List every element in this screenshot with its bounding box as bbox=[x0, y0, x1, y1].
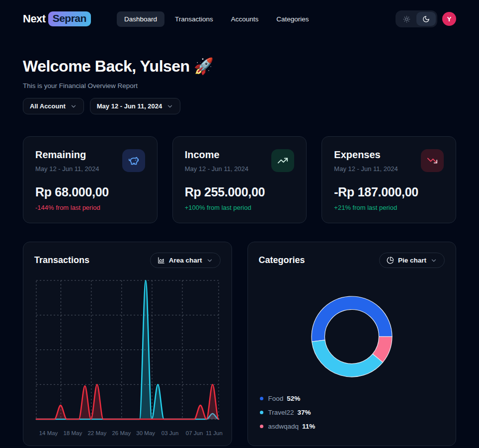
account-filter-label: All Account bbox=[30, 102, 66, 110]
legend-dot bbox=[260, 411, 263, 414]
categories-panel: Categories Pie chart Food52%Travel2237%a… bbox=[247, 242, 457, 446]
nav-item-dashboard[interactable]: Dashboard bbox=[117, 11, 164, 27]
page-subtitle: This is your Financial Overview Report bbox=[23, 82, 456, 90]
dark-mode-button[interactable] bbox=[416, 12, 436, 26]
transactions-panel-header: Transactions Area chart bbox=[34, 253, 221, 268]
header-actions: Y bbox=[396, 10, 456, 27]
legend-label: Travel22 bbox=[268, 409, 294, 416]
chart-grid bbox=[36, 280, 219, 419]
transactions-area-chart[interactable]: 14 May18 May22 May26 May30 May03 Jun07 J… bbox=[23, 274, 232, 443]
legend-item-food[interactable]: Food52% bbox=[260, 395, 445, 402]
categories-donut-chart[interactable] bbox=[248, 273, 456, 390]
chevron-down-icon bbox=[166, 103, 173, 110]
welcome-text: Welcome Back, Yulsen bbox=[23, 57, 190, 75]
chevron-down-icon bbox=[70, 103, 77, 110]
main-nav: Dashboard Transactions Accounts Categori… bbox=[117, 11, 317, 27]
rocket-emoji: 🚀 bbox=[194, 57, 213, 75]
app-logo[interactable]: Next Sepran bbox=[23, 11, 91, 26]
categories-panel-header: Categories Pie chart bbox=[259, 253, 445, 268]
top-navbar: Next Sepran Dashboard Transactions Accou… bbox=[0, 0, 479, 38]
piggy-bank-icon bbox=[122, 149, 145, 172]
logo-text-badge: Sepran bbox=[48, 11, 91, 26]
filter-bar: All Account May 12 - Jun 11, 2024 bbox=[23, 98, 456, 114]
card-delta: -144% from last period bbox=[35, 204, 145, 211]
light-mode-button[interactable] bbox=[397, 12, 416, 26]
trending-up-icon bbox=[271, 149, 294, 172]
legend-value: 11% bbox=[302, 423, 315, 430]
chart-type-label: Area chart bbox=[169, 257, 202, 264]
nav-item-categories[interactable]: Categories bbox=[269, 11, 316, 27]
chevron-down-icon bbox=[206, 257, 213, 264]
dashboard-page: Welcome Back, Yulsen 🚀 This is your Fina… bbox=[0, 57, 479, 446]
x-axis-tick: 18 May bbox=[64, 430, 82, 436]
date-range-dropdown[interactable]: May 12 - Jun 11, 2024 bbox=[90, 98, 181, 114]
x-axis-tick: 26 May bbox=[112, 430, 131, 436]
legend-dot bbox=[260, 425, 263, 428]
legend-value: 52% bbox=[287, 395, 300, 402]
remaining-card: Remaining May 12 - Jun 11, 2024 Rp 68.00… bbox=[23, 136, 158, 223]
legend-value: 37% bbox=[298, 409, 311, 416]
expenses-line bbox=[36, 384, 219, 419]
trending-down-icon bbox=[421, 149, 444, 172]
x-axis-tick: 22 May bbox=[87, 430, 106, 436]
legend-label: asdwqadq bbox=[268, 423, 299, 430]
moon-icon bbox=[422, 15, 430, 23]
page-title: Welcome Back, Yulsen 🚀 bbox=[23, 57, 456, 76]
expenses-card: Expenses May 12 - Jun 11, 2024 -Rp 187.0… bbox=[321, 136, 456, 223]
x-axis-tick: 11 Jun bbox=[206, 430, 223, 436]
chevron-down-icon bbox=[430, 257, 437, 264]
nav-item-accounts[interactable]: Accounts bbox=[224, 11, 266, 27]
account-filter-dropdown[interactable]: All Account bbox=[23, 98, 84, 114]
income-card: Income May 12 - Jun 11, 2024 Rp 255.000,… bbox=[172, 136, 307, 223]
theme-toggle bbox=[396, 10, 437, 27]
legend-item-asdwqadq[interactable]: asdwqadq11% bbox=[260, 423, 445, 430]
transactions-panel: Transactions Area chart 14 May18 May22 M… bbox=[23, 242, 232, 446]
pie-chart-icon bbox=[387, 257, 394, 264]
x-axis-tick: 03 Jun bbox=[161, 430, 179, 436]
date-range-label: May 12 - Jun 11, 2024 bbox=[97, 102, 162, 110]
area-chart-type-dropdown[interactable]: Area chart bbox=[150, 253, 221, 268]
card-delta: +100% from last period bbox=[185, 204, 295, 211]
card-amount: Rp 68.000,00 bbox=[35, 185, 145, 199]
chart-type-label: Pie chart bbox=[398, 257, 426, 264]
logo-text-primary: Next bbox=[23, 12, 46, 25]
summary-cards: Remaining May 12 - Jun 11, 2024 Rp 68.00… bbox=[23, 136, 456, 223]
card-amount: Rp 255.000,00 bbox=[185, 185, 295, 199]
legend-dot bbox=[260, 397, 263, 400]
panel-title: Categories bbox=[259, 255, 305, 266]
area-chart-icon bbox=[158, 257, 165, 264]
nav-item-transactions[interactable]: Transactions bbox=[167, 11, 221, 27]
donut-slice-travel22[interactable] bbox=[312, 340, 383, 377]
card-amount: -Rp 187.000,00 bbox=[334, 185, 444, 199]
pie-chart-type-dropdown[interactable]: Pie chart bbox=[379, 253, 445, 268]
user-avatar[interactable]: Y bbox=[442, 12, 456, 26]
chart-panels: Transactions Area chart 14 May18 May22 M… bbox=[23, 242, 456, 446]
x-axis-tick: 30 May bbox=[136, 430, 155, 436]
legend-item-travel22[interactable]: Travel2237% bbox=[260, 409, 445, 416]
categories-legend: Food52%Travel2237%asdwqadq11% bbox=[260, 395, 445, 430]
card-delta: +21% from last period bbox=[334, 204, 444, 211]
legend-label: Food bbox=[268, 395, 284, 402]
sun-icon bbox=[403, 15, 410, 23]
donut-slice-food[interactable] bbox=[312, 296, 392, 342]
x-axis-tick: 07 Jun bbox=[186, 430, 203, 436]
panel-title: Transactions bbox=[34, 255, 89, 266]
x-axis-tick: 14 May bbox=[39, 430, 58, 436]
